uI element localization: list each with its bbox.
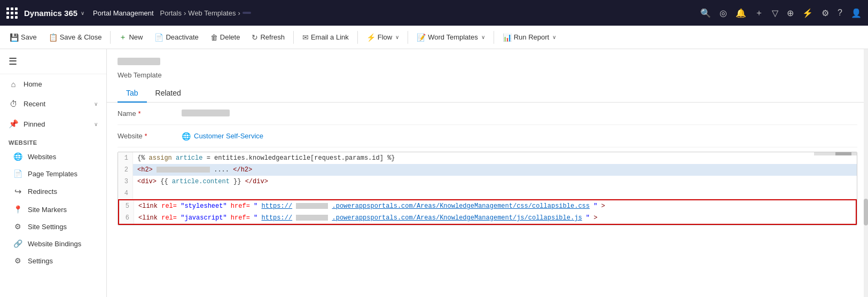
word-templates-caret[interactable]: ∨: [481, 34, 485, 40]
website-row: Website * 🌐 Customer Self-Service: [118, 125, 857, 147]
link-5-href[interactable]: https://: [261, 202, 292, 210]
code-line-6: 6 <link rel= "javascript" href= " https:…: [119, 212, 856, 224]
new-icon: ＋: [119, 33, 127, 42]
deactivate-icon: 📄: [154, 33, 163, 42]
divider-1: [110, 31, 111, 44]
flow-button[interactable]: ⚡ Flow ∨: [361, 30, 404, 45]
content-area: Web Template Tab Related Name * Website …: [107, 49, 868, 297]
brand-area[interactable]: Dynamics 365 ∨: [24, 9, 84, 18]
sidebar-item-websites[interactable]: 🌐 Websites: [0, 148, 106, 165]
red-border-section: 5 <link rel= "stylesheet" href= " https:…: [118, 199, 857, 225]
sidebar-toggle[interactable]: ☰: [0, 49, 106, 74]
module-name: Portal Management: [93, 9, 153, 17]
record-type: Web Template: [118, 71, 857, 79]
filter-icon[interactable]: ▽: [772, 8, 778, 18]
website-value[interactable]: 🌐 Customer Self-Service: [182, 132, 857, 140]
top-nav-icons: 🔍 ◎ 🔔 ＋ ▽ ⊕ ⚡ ⚙ ? 👤: [700, 7, 862, 19]
tab-related[interactable]: Related: [147, 84, 190, 103]
sidebar-item-recent[interactable]: ⏱ Recent ∨: [0, 94, 106, 114]
refresh-button[interactable]: ↻ Refresh: [246, 30, 290, 45]
sidebar-item-site-markers[interactable]: 📍 Site Markers: [0, 201, 106, 218]
website-link[interactable]: 🌐 Customer Self-Service: [182, 132, 857, 140]
flow-caret[interactable]: ∨: [395, 34, 399, 40]
name-label: Name *: [118, 110, 182, 118]
link-6-href[interactable]: https://: [261, 214, 292, 222]
breadcrumb-webtemplates[interactable]: Web Templates: [188, 9, 236, 17]
sidebar-item-pinned[interactable]: 📌 Pinned ∨: [0, 114, 106, 134]
flow-icon: ⚡: [366, 33, 376, 42]
websites-icon: 🌐: [13, 152, 22, 161]
breadcrumb-portals[interactable]: Portals: [160, 9, 182, 17]
bell-icon[interactable]: 🔔: [736, 8, 746, 18]
circle-plus-icon[interactable]: ⊕: [787, 8, 794, 18]
waffle-menu[interactable]: [6, 7, 18, 19]
network-icon[interactable]: ⚡: [802, 8, 813, 18]
content-tabs: Tab Related: [107, 84, 868, 103]
sidebar-settings-label: Settings: [28, 257, 53, 265]
sidebar-item-settings[interactable]: ⚙ Settings: [0, 252, 106, 269]
settings-icon: ⚙: [13, 256, 22, 265]
line-num-2: 2: [118, 164, 133, 176]
sidebar-section-website: Website: [0, 134, 106, 148]
name-value-blurred: [182, 110, 230, 116]
run-report-button[interactable]: 📊 Run Report ∨: [497, 30, 561, 45]
new-button[interactable]: ＋ New: [114, 29, 148, 45]
record-name: [118, 58, 160, 65]
word-templates-button[interactable]: 📝 Word Templates ∨: [411, 30, 490, 45]
line-content-6: <link rel= "javascript" href= " https://…: [134, 212, 856, 224]
pinned-expand[interactable]: ∨: [94, 121, 98, 127]
delete-icon: 🗑: [210, 33, 218, 42]
page-templates-icon: 📄: [13, 169, 22, 178]
line-content-4: [133, 187, 857, 199]
gear-icon[interactable]: ⚙: [822, 8, 829, 18]
plus-icon[interactable]: ＋: [755, 7, 763, 19]
save-button[interactable]: 💾 Save: [4, 30, 42, 45]
run-report-icon: 📊: [503, 33, 512, 42]
breadcrumb-sep1: ›: [184, 9, 186, 17]
email-link-button[interactable]: ✉ Email a Link: [297, 30, 354, 45]
sidebar-redirects-label: Redirects: [28, 187, 57, 196]
save-close-icon: 📋: [49, 33, 58, 42]
sidebar-page-templates-label: Page Templates: [28, 170, 77, 178]
person-icon[interactable]: 👤: [851, 8, 862, 18]
sidebar-item-redirects[interactable]: ↪ Redirects: [0, 182, 106, 201]
question-icon[interactable]: ?: [838, 8, 842, 18]
recent-expand[interactable]: ∨: [94, 101, 98, 107]
tab-tab[interactable]: Tab: [118, 84, 147, 103]
divider-5: [494, 31, 494, 44]
line-num-5: 5: [119, 200, 134, 212]
code-editor[interactable]: 1 {% assign article = entities.knowledge…: [118, 152, 857, 225]
name-required: *: [138, 110, 141, 118]
target-icon[interactable]: ◎: [720, 8, 727, 18]
run-report-caret[interactable]: ∨: [552, 34, 556, 40]
link-6-domain[interactable]: .powerappsportals.com/Areas/KnowledgeMan…: [332, 214, 582, 222]
line-num-6: 6: [119, 212, 134, 224]
deactivate-button[interactable]: 📄 Deactivate: [149, 30, 204, 45]
breadcrumb: Portals › Web Templates ›: [160, 9, 251, 17]
name-value[interactable]: [182, 110, 857, 118]
code-line-4: 4: [118, 187, 857, 199]
save-close-button[interactable]: 📋 Save & Close: [43, 30, 107, 45]
globe-icon: 🌐: [182, 132, 191, 140]
divider-3: [357, 31, 358, 44]
sidebar-site-markers-label: Site Markers: [28, 206, 67, 214]
sidebar-item-home[interactable]: ⌂ Home: [0, 74, 106, 94]
sidebar-recent-label: Recent: [24, 100, 89, 108]
code-h-scrollbar[interactable]: [814, 152, 857, 155]
code-line-2: 2 <h2> .... </h2>: [118, 164, 857, 176]
line-num-1: 1: [118, 152, 133, 164]
search-icon[interactable]: 🔍: [700, 8, 711, 18]
brand-dropdown[interactable]: ∨: [81, 10, 84, 16]
sidebar-item-website-bindings[interactable]: 🔗 Website Bindings: [0, 235, 106, 252]
link-5-domain[interactable]: .powerappsportals.com/Areas/KnowledgeMan…: [332, 202, 590, 210]
sidebar-item-site-settings[interactable]: ⚙ Site Settings: [0, 218, 106, 235]
sidebar-item-page-templates[interactable]: 📄 Page Templates: [0, 165, 106, 182]
main-layout: ☰ ⌂ Home ⏱ Recent ∨ 📌 Pinned ∨ Website 🌐…: [0, 49, 868, 297]
code-line-1: 1 {% assign article = entities.knowledge…: [118, 152, 857, 164]
top-navigation: Dynamics 365 ∨ Portal Management Portals…: [0, 0, 868, 26]
content-scrollbar[interactable]: [864, 49, 868, 297]
delete-button[interactable]: 🗑 Delete: [205, 30, 246, 45]
name-row: Name *: [118, 103, 857, 125]
toolbar: 💾 Save 📋 Save & Close ＋ New 📄 Deactivate…: [0, 26, 868, 49]
breadcrumb-current: [243, 12, 251, 14]
